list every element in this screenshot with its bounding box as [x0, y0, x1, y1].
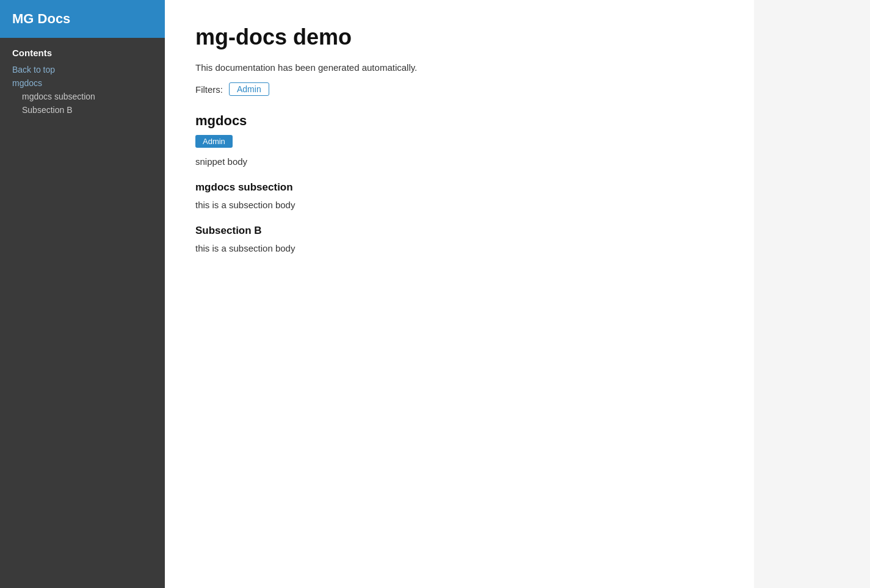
subsection-1: Subsection B this is a subsection body	[195, 225, 723, 253]
subsection-b-link[interactable]: Subsection B	[22, 105, 73, 115]
admin-filter-badge[interactable]: Admin	[229, 82, 269, 96]
page-title: mg-docs demo	[195, 24, 723, 50]
subsection-0: mgdocs subsection this is a subsection b…	[195, 181, 723, 210]
right-panel	[754, 0, 870, 588]
back-to-top-link[interactable]: Back to top	[12, 65, 55, 74]
subsection-body-0: this is a subsection body	[195, 200, 723, 210]
sidebar-item-back-to-top[interactable]: Back to top	[12, 64, 153, 75]
filters-row: Filters: Admin	[195, 82, 723, 96]
section-badge: Admin	[195, 135, 233, 148]
section-title: mgdocs	[195, 113, 723, 129]
subsection-title-1: Subsection B	[195, 225, 723, 237]
sidebar-item-mgdocs[interactable]: mgdocs	[12, 78, 153, 89]
main-content: mg-docs demo This documentation has been…	[165, 0, 754, 588]
mgdocs-subsection-link[interactable]: mgdocs subsection	[22, 92, 95, 101]
section-body: snippet body	[195, 156, 723, 167]
page-description: This documentation has been generated au…	[195, 62, 723, 73]
sidebar-contents: Contents Back to top mgdocs mgdocs subse…	[0, 38, 165, 128]
app-title: MG Docs	[12, 11, 70, 26]
section: mgdocs Admin snippet body mgdocs subsect…	[195, 113, 723, 253]
sidebar-item-subsection-b[interactable]: Subsection B	[12, 104, 153, 115]
sidebar: MG Docs Contents Back to top mgdocs mgdo…	[0, 0, 165, 588]
sidebar-item-mgdocs-subsection[interactable]: mgdocs subsection	[12, 91, 153, 102]
subsection-title-0: mgdocs subsection	[195, 181, 723, 194]
contents-label: Contents	[12, 48, 153, 58]
filters-label: Filters:	[195, 84, 223, 95]
sidebar-header: MG Docs	[0, 0, 165, 38]
mgdocs-link[interactable]: mgdocs	[12, 78, 42, 88]
subsection-body-1: this is a subsection body	[195, 243, 723, 253]
sidebar-nav: Back to top mgdocs mgdocs subsection Sub…	[12, 64, 153, 115]
